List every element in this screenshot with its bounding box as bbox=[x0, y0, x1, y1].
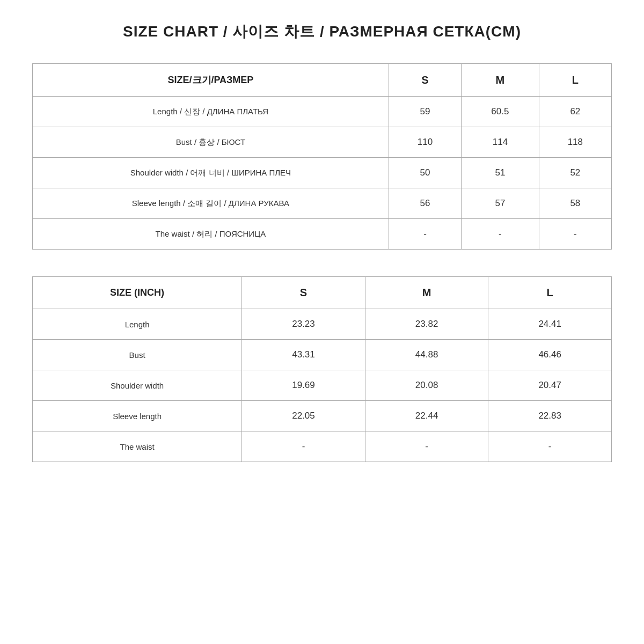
page-title: SIZE CHART / 사이즈 차트 / РАЗМЕРНАЯ СЕТКА(CM… bbox=[123, 21, 521, 42]
cm-row-l-4: - bbox=[539, 219, 611, 250]
cm-row-m-2: 51 bbox=[462, 158, 539, 188]
cm-row-m-4: - bbox=[462, 219, 539, 250]
cm-row-m-3: 57 bbox=[462, 188, 539, 219]
cm-row-s-1: 110 bbox=[389, 127, 461, 158]
inch-row-m-1: 44.88 bbox=[365, 340, 488, 370]
cm-row-m-1: 114 bbox=[462, 127, 539, 158]
inch-row-m-2: 20.08 bbox=[365, 370, 488, 401]
cm-header-l: L bbox=[539, 64, 611, 97]
inch-row-s-0: 23.23 bbox=[242, 309, 365, 340]
inch-row-s-3: 22.05 bbox=[242, 401, 365, 431]
inch-header-m: M bbox=[365, 277, 488, 309]
inch-table-header-row: SIZE (INCH) S M L bbox=[33, 277, 612, 309]
cm-row-s-0: 59 bbox=[389, 97, 461, 127]
cm-row-m-0: 60.5 bbox=[462, 97, 539, 127]
inch-row-l-0: 24.41 bbox=[488, 309, 612, 340]
inch-row-label-1: Bust bbox=[33, 340, 242, 370]
inch-row-l-3: 22.83 bbox=[488, 401, 612, 431]
inch-row-label-2: Shoulder width bbox=[33, 370, 242, 401]
table-row: The waist - - - bbox=[33, 431, 612, 462]
inch-header-s: S bbox=[242, 277, 365, 309]
table-row: The waist / 허리 / ПОЯСНИЦА - - - bbox=[33, 219, 612, 250]
inch-row-l-1: 46.46 bbox=[488, 340, 612, 370]
cm-size-table: SIZE/크기/РАЗМЕР S M L Length / 신장 / ДЛИНА… bbox=[32, 63, 612, 250]
inch-row-s-2: 19.69 bbox=[242, 370, 365, 401]
inch-row-m-0: 23.82 bbox=[365, 309, 488, 340]
cm-row-l-0: 62 bbox=[539, 97, 611, 127]
cm-row-s-2: 50 bbox=[389, 158, 461, 188]
cm-row-label-2: Shoulder width / 어깨 너비 / ШИРИНА ПЛЕЧ bbox=[33, 158, 389, 188]
cm-row-s-4: - bbox=[389, 219, 461, 250]
table-row: Bust / 흉상 / БЮСТ 110 114 118 bbox=[33, 127, 612, 158]
inch-header-l: L bbox=[488, 277, 612, 309]
table-row: Sleeve length / 소매 길이 / ДЛИНА РУКАВА 56 … bbox=[33, 188, 612, 219]
inch-row-s-1: 43.31 bbox=[242, 340, 365, 370]
cm-row-l-2: 52 bbox=[539, 158, 611, 188]
cm-row-label-4: The waist / 허리 / ПОЯСНИЦА bbox=[33, 219, 389, 250]
table-row: Length / 신장 / ДЛИНА ПЛАТЬЯ 59 60.5 62 bbox=[33, 97, 612, 127]
inch-row-s-4: - bbox=[242, 431, 365, 462]
inch-row-m-3: 22.44 bbox=[365, 401, 488, 431]
cm-table-header-row: SIZE/크기/РАЗМЕР S M L bbox=[33, 64, 612, 97]
cm-row-label-3: Sleeve length / 소매 길이 / ДЛИНА РУКАВА bbox=[33, 188, 389, 219]
inch-row-label-0: Length bbox=[33, 309, 242, 340]
inch-row-l-4: - bbox=[488, 431, 612, 462]
inch-row-l-2: 20.47 bbox=[488, 370, 612, 401]
cm-header-m: M bbox=[462, 64, 539, 97]
cm-row-l-1: 118 bbox=[539, 127, 611, 158]
table-row: Length 23.23 23.82 24.41 bbox=[33, 309, 612, 340]
table-row: Shoulder width 19.69 20.08 20.47 bbox=[33, 370, 612, 401]
cm-header-label: SIZE/크기/РАЗМЕР bbox=[33, 64, 389, 97]
table-row: Sleeve length 22.05 22.44 22.83 bbox=[33, 401, 612, 431]
inch-row-label-3: Sleeve length bbox=[33, 401, 242, 431]
cm-row-l-3: 58 bbox=[539, 188, 611, 219]
cm-row-label-1: Bust / 흉상 / БЮСТ bbox=[33, 127, 389, 158]
cm-row-s-3: 56 bbox=[389, 188, 461, 219]
cm-row-label-0: Length / 신장 / ДЛИНА ПЛАТЬЯ bbox=[33, 97, 389, 127]
table-row: Shoulder width / 어깨 너비 / ШИРИНА ПЛЕЧ 50 … bbox=[33, 158, 612, 188]
inch-row-label-4: The waist bbox=[33, 431, 242, 462]
inch-header-label: SIZE (INCH) bbox=[33, 277, 242, 309]
table-row: Bust 43.31 44.88 46.46 bbox=[33, 340, 612, 370]
inch-row-m-4: - bbox=[365, 431, 488, 462]
inch-size-table: SIZE (INCH) S M L Length 23.23 23.82 24.… bbox=[32, 276, 612, 462]
cm-header-s: S bbox=[389, 64, 461, 97]
